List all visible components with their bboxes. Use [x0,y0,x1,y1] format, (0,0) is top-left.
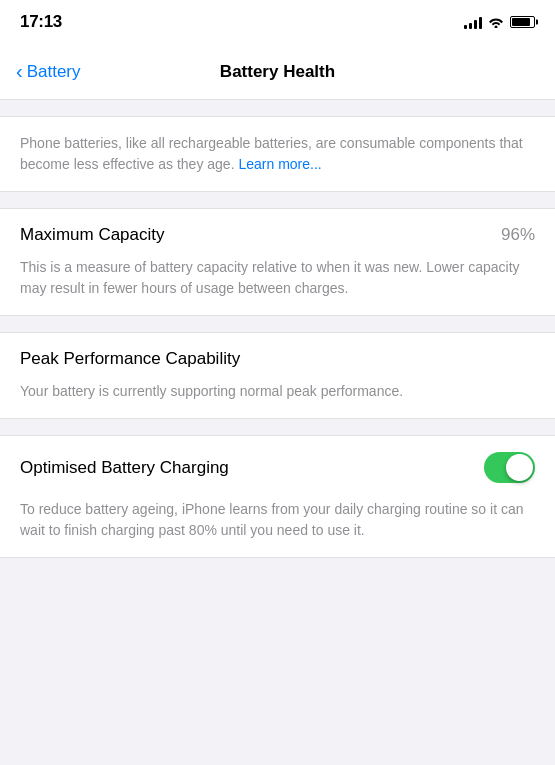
toggle-knob [506,454,533,481]
learn-more-link[interactable]: Learn more... [238,156,321,172]
optimised-charging-row: Optimised Battery Charging [0,435,555,499]
optimised-charging-title: Optimised Battery Charging [20,458,484,478]
status-bar: 17:13 [0,0,555,44]
peak-performance-header: Peak Performance Capability [0,332,555,381]
nav-bar: ‹ Battery Battery Health [0,44,555,100]
back-chevron-icon: ‹ [16,61,23,81]
max-capacity-description: This is a measure of battery capacity re… [20,257,535,299]
info-description: Phone batteries, like all rechargeable b… [20,133,535,175]
page-title: Battery Health [220,62,335,82]
peak-performance-description-section: Your battery is currently supporting nor… [0,381,555,419]
peak-performance-title: Peak Performance Capability [20,349,240,368]
peak-performance-description: Your battery is currently supporting nor… [20,381,535,402]
optimised-charging-description: To reduce battery ageing, iPhone learns … [20,499,535,541]
status-time: 17:13 [20,12,62,32]
info-section: Phone batteries, like all rechargeable b… [0,116,555,192]
optimised-charging-toggle[interactable] [484,452,535,483]
optimised-charging-description-section: To reduce battery ageing, iPhone learns … [0,499,555,558]
back-label: Battery [27,62,81,82]
battery-status-icon [510,16,535,28]
max-capacity-title: Maximum Capacity [20,225,165,245]
signal-bars-icon [464,15,482,29]
max-capacity-description-section: This is a measure of battery capacity re… [0,257,555,316]
back-button[interactable]: ‹ Battery [16,62,81,82]
max-capacity-row: Maximum Capacity 96% [0,208,555,257]
max-capacity-value: 96% [501,225,535,245]
wifi-icon [488,16,504,28]
content: Phone batteries, like all rechargeable b… [0,116,555,558]
status-icons [464,15,535,29]
